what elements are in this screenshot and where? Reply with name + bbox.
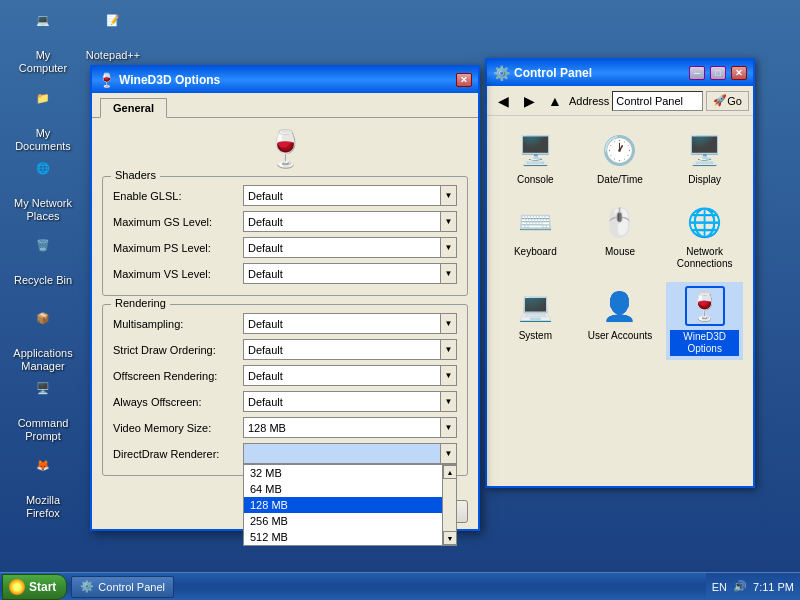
dropdown-option-256mb[interactable]: 256 MB (244, 513, 442, 529)
cp-go-button[interactable]: 🚀 Go (706, 91, 749, 111)
shaders-group: Shaders Enable GLSL: Default ▼ Maximum G… (102, 176, 468, 296)
mouse-label: Mouse (605, 246, 635, 258)
desktop-icon-recycle-bin[interactable]: 🗑️ Recycle Bin (8, 235, 78, 291)
cp-icon-mouse[interactable]: 🖱️ Mouse (582, 198, 659, 274)
go-icon: 🚀 (713, 94, 727, 107)
max-vs-row: Maximum VS Level: Default ▼ (113, 263, 457, 284)
dropdown-scroll-up[interactable]: ▲ (443, 465, 457, 479)
offscreen-rendering-select[interactable]: Default ▼ (243, 365, 457, 386)
strict-draw-arrow: ▼ (440, 340, 456, 359)
applications-manager-label: Applications Manager (12, 347, 74, 373)
desktop-icon-applications-manager[interactable]: 📦 Applications Manager (8, 308, 78, 377)
taskbar-tray: EN 🔊 7:11 PM (706, 573, 800, 601)
mozilla-firefox-label: Mozilla Firefox (12, 494, 74, 520)
cp-icon-user-accounts[interactable]: 👤 User Accounts (582, 282, 659, 360)
always-offscreen-arrow: ▼ (440, 392, 456, 411)
cp-icon-network-connections[interactable]: 🌐 Network Connections (666, 198, 743, 274)
cp-window-title: Control Panel (514, 66, 685, 80)
desktop-icon-notepadpp[interactable]: 📝 Notepad++ (78, 10, 148, 66)
datetime-icon: 🕐 (600, 130, 640, 170)
wine-close-button[interactable]: ✕ (456, 73, 472, 87)
network-connections-label: Network Connections (670, 246, 739, 270)
network-connections-icon: 🌐 (685, 202, 725, 242)
cp-up-button[interactable]: ▲ (543, 90, 567, 112)
max-gs-arrow: ▼ (440, 212, 456, 231)
cp-icons-area: 🖥️ Console 🕐 Date/Time 🖥️ Display ⌨️ Key… (487, 116, 753, 370)
max-gs-select[interactable]: Default ▼ (243, 211, 457, 232)
network-places-label: My Network Places (12, 197, 74, 223)
dropdown-option-32mb[interactable]: 32 MB (244, 465, 442, 481)
tab-general[interactable]: General (100, 98, 167, 118)
strict-draw-row: Strict Draw Ordering: Default ▼ (113, 339, 457, 360)
taskbar-item-control-panel[interactable]: ⚙️ Control Panel (71, 576, 174, 598)
cp-close-button[interactable]: ✕ (731, 66, 747, 80)
tray-lang: EN (712, 581, 727, 593)
video-memory-label: Video Memory Size: (113, 422, 243, 434)
cp-minimize-button[interactable]: ─ (689, 66, 705, 80)
taskbar-items: ⚙️ Control Panel (67, 576, 705, 598)
desktop-icon-network-places[interactable]: 🌐 My Network Places (8, 158, 78, 227)
network-places-icon: 🌐 (27, 162, 59, 194)
applications-manager-icon: 📦 (27, 312, 59, 344)
display-icon: 🖥️ (685, 130, 725, 170)
cp-titlebar[interactable]: ⚙️ Control Panel ─ □ ✕ (487, 60, 753, 86)
cp-forward-button[interactable]: ▶ (517, 90, 541, 112)
cp-maximize-button[interactable]: □ (710, 66, 726, 80)
address-box[interactable]: Control Panel (612, 91, 703, 111)
wined3d-dialog: 🍷 WineD3D Options ✕ General 🍷 Shaders En… (90, 65, 480, 531)
dropdown-option-512mb[interactable]: 512 MB (244, 529, 442, 545)
wine-dialog-titlebar[interactable]: 🍷 WineD3D Options ✕ (92, 67, 478, 93)
volume-icon[interactable]: 🔊 (733, 580, 747, 593)
recycle-bin-label: Recycle Bin (12, 274, 74, 287)
dropdown-scroll-down[interactable]: ▼ (443, 531, 457, 545)
cp-icon-console[interactable]: 🖥️ Console (497, 126, 574, 190)
enable-glsl-arrow: ▼ (440, 186, 456, 205)
directdraw-renderer-arrow: ▼ (440, 444, 456, 463)
offscreen-rendering-label: Offscreen Rendering: (113, 370, 243, 382)
datetime-label: Date/Time (597, 174, 643, 186)
cp-icon-display[interactable]: 🖥️ Display (666, 126, 743, 190)
cp-icon-datetime[interactable]: 🕐 Date/Time (582, 126, 659, 190)
rendering-group-label: Rendering (111, 297, 170, 309)
desktop-icon-my-computer[interactable]: 💻 My Computer (8, 10, 78, 79)
desktop-icon-mozilla-firefox[interactable]: 🦊 Mozilla Firefox (8, 455, 78, 524)
taskbar-item-label: Control Panel (98, 581, 165, 593)
desktop-icon-command-prompt[interactable]: 🖥️ Command Prompt (8, 378, 78, 447)
strict-draw-label: Strict Draw Ordering: (113, 344, 243, 356)
dropdown-option-128mb[interactable]: 128 MB (244, 497, 442, 513)
user-accounts-label: User Accounts (588, 330, 652, 342)
mouse-icon: 🖱️ (600, 202, 640, 242)
wined3d-icon: 🍷 (685, 286, 725, 326)
cp-window-icon: ⚙️ (493, 65, 510, 81)
enable-glsl-row: Enable GLSL: Default ▼ (113, 185, 457, 206)
video-memory-select[interactable]: 128 MB ▼ (243, 417, 457, 438)
mozilla-firefox-icon: 🦊 (27, 459, 59, 491)
taskbar-item-icon: ⚙️ (80, 580, 94, 593)
my-computer-icon: 💻 (27, 14, 59, 46)
max-vs-select[interactable]: Default ▼ (243, 263, 457, 284)
directdraw-renderer-label: DirectDraw Renderer: (113, 448, 243, 460)
directdraw-renderer-select[interactable]: ▼ (243, 443, 457, 464)
wine-logo-icon: 🍷 (263, 128, 308, 170)
always-offscreen-select[interactable]: Default ▼ (243, 391, 457, 412)
enable-glsl-select[interactable]: Default ▼ (243, 185, 457, 206)
notepadpp-label: Notepad++ (82, 49, 144, 62)
multisampling-select[interactable]: Default ▼ (243, 313, 457, 334)
dropdown-option-64mb[interactable]: 64 MB (244, 481, 442, 497)
cp-icon-wined3d-options[interactable]: 🍷 WineD3D Options (666, 282, 743, 360)
cp-back-button[interactable]: ◀ (491, 90, 515, 112)
control-panel-window: ⚙️ Control Panel ─ □ ✕ ◀ ▶ ▲ Address Con… (485, 58, 755, 488)
strict-draw-select[interactable]: Default ▼ (243, 339, 457, 360)
wine-tabs: General (92, 93, 478, 118)
desktop-icon-my-documents[interactable]: 📁 My Documents (8, 88, 78, 157)
max-ps-select[interactable]: Default ▼ (243, 237, 457, 258)
video-memory-arrow: ▼ (440, 418, 456, 437)
my-computer-label: My Computer (12, 49, 74, 75)
directdraw-renderer-row: DirectDraw Renderer: ▼ 32 MB 64 MB (113, 443, 457, 464)
cp-icon-keyboard[interactable]: ⌨️ Keyboard (497, 198, 574, 274)
max-ps-row: Maximum PS Level: Default ▼ (113, 237, 457, 258)
cp-icon-system[interactable]: 💻 System (497, 282, 574, 360)
shaders-group-label: Shaders (111, 169, 160, 181)
start-button[interactable]: Start (2, 574, 67, 600)
console-label: Console (517, 174, 554, 186)
